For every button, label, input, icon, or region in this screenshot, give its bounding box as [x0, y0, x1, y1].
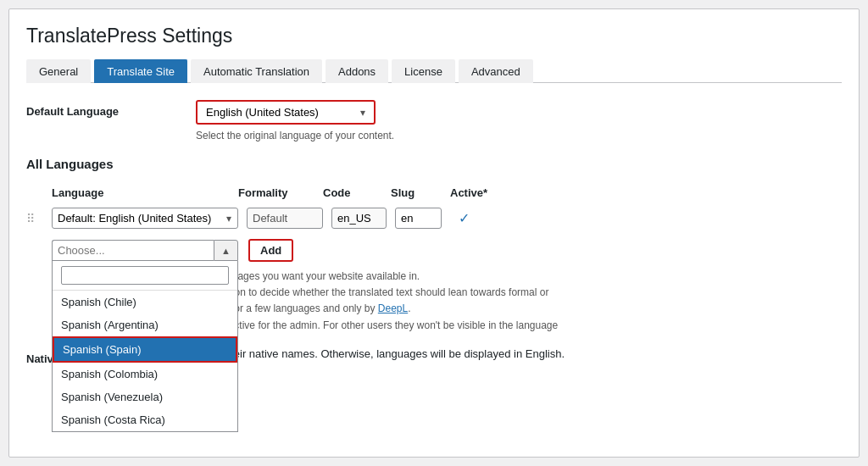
- list-item[interactable]: Spanish (Chile): [53, 291, 237, 313]
- tab-license[interactable]: License: [392, 59, 459, 82]
- default-language-label: Default Language: [26, 100, 196, 118]
- tabs-nav: General Translate Site Automatic Transla…: [26, 59, 842, 83]
- choose-arrow-btn[interactable]: ▲: [214, 240, 238, 261]
- all-languages-section: All Languages Language Formality Code Sl…: [26, 157, 842, 365]
- tab-automatic-translation[interactable]: Automatic Translation: [191, 59, 326, 82]
- col-header-slug: Slug: [391, 186, 450, 199]
- table-row: ⠿ Default: English (United States) ✓: [26, 204, 842, 232]
- native-language-content: ies in their native names. Otherwise, la…: [196, 347, 842, 360]
- tab-addons[interactable]: Addons: [326, 59, 392, 82]
- default-language-select-wrapper: English (United States): [201, 103, 370, 121]
- active-checkmark: ✓: [459, 210, 470, 226]
- col-header-code: Code: [323, 186, 391, 199]
- default-language-box: English (United States): [196, 100, 376, 125]
- slug-input[interactable]: [395, 208, 442, 229]
- language-description: the languages you want your website avai…: [196, 269, 620, 334]
- default-language-hint: Select the original language of your con…: [196, 130, 842, 141]
- tab-translate-site[interactable]: Translate Site: [94, 59, 191, 82]
- tab-general[interactable]: General: [26, 59, 94, 82]
- desc-line2: Translation to decide whether the transl…: [196, 286, 548, 298]
- choose-add-row: ▲ Spanish (Chile) Spanish (Argentina) Sp…: [26, 239, 842, 262]
- list-item[interactable]: Spanish (Venezuela): [53, 386, 237, 408]
- native-language-description: ies in their native names. Otherwise, la…: [196, 347, 565, 360]
- language-select[interactable]: Default: English (United States): [52, 208, 238, 229]
- formality-input[interactable]: [247, 208, 323, 229]
- choose-input-row: ▲: [52, 240, 238, 261]
- col-header-language: Language: [52, 186, 238, 199]
- all-languages-title: All Languages: [26, 157, 842, 171]
- deepl-link[interactable]: DeepL: [378, 302, 408, 314]
- choose-input[interactable]: [52, 240, 214, 261]
- drag-handle-icon[interactable]: ⠿: [26, 212, 52, 225]
- list-item[interactable]: Spanish (Argentina): [53, 313, 237, 336]
- language-select-wrapper: Default: English (United States): [52, 208, 238, 229]
- choose-dropdown-area: ▲ Spanish (Chile) Spanish (Argentina) Sp…: [52, 240, 238, 261]
- col-header-active: Active*: [450, 186, 509, 199]
- tab-advanced[interactable]: Advanced: [459, 59, 537, 82]
- lang-table-header: Language Formality Code Slug Active*: [26, 183, 842, 204]
- dropdown-search-input[interactable]: [61, 266, 229, 285]
- list-item-selected[interactable]: Spanish (Spain): [53, 336, 237, 363]
- add-language-button[interactable]: Add: [248, 239, 293, 262]
- default-language-row: Default Language English (United States)…: [26, 100, 842, 141]
- list-item[interactable]: Spanish (Costa Rica): [53, 408, 237, 431]
- default-language-content: English (United States) Select the origi…: [196, 100, 842, 141]
- default-language-select[interactable]: English (United States): [201, 103, 370, 121]
- list-item[interactable]: Spanish (Colombia): [53, 363, 237, 386]
- col-header-formality: Formality: [238, 186, 323, 199]
- desc-line4: ile and active for the admin. For other …: [196, 319, 558, 331]
- language-dropdown-list: Spanish (Chile) Spanish (Argentina) Span…: [52, 261, 238, 432]
- page-title: TranslatePress Settings: [26, 25, 842, 47]
- search-input-row: [53, 261, 237, 291]
- code-input[interactable]: [331, 208, 387, 229]
